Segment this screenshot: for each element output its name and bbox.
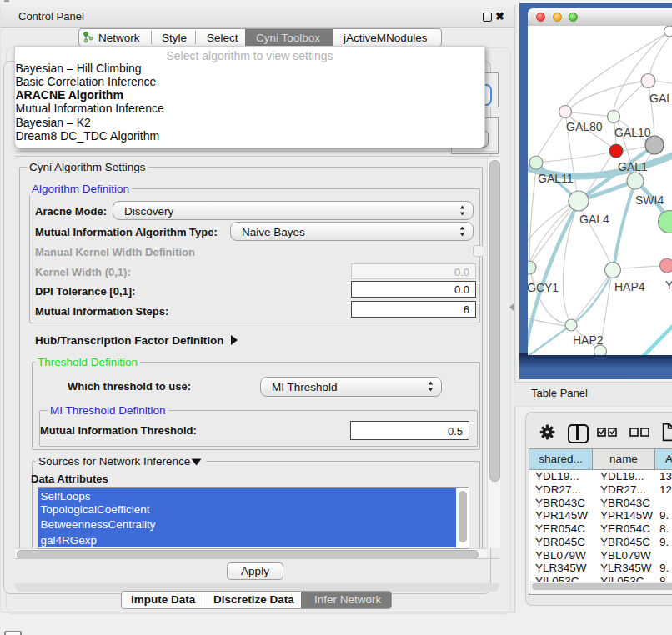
svg-text:GAL10: GAL10 (614, 126, 651, 139)
svg-text:GAL4: GAL4 (579, 212, 609, 226)
svg-text:SWI4: SWI4 (635, 193, 664, 207)
svg-text:GCY1: GCY1 (528, 281, 559, 294)
svg-text:GAL80: GAL80 (566, 120, 603, 133)
svg-text:GAL7: GAL7 (649, 92, 672, 105)
svg-text:HAP4: HAP4 (614, 280, 645, 293)
svg-text:Y: Y (665, 278, 672, 292)
svg-text:HAP2: HAP2 (573, 333, 604, 347)
svg-text:GAL1: GAL1 (618, 160, 648, 173)
svg-text:GAL11: GAL11 (538, 172, 574, 185)
